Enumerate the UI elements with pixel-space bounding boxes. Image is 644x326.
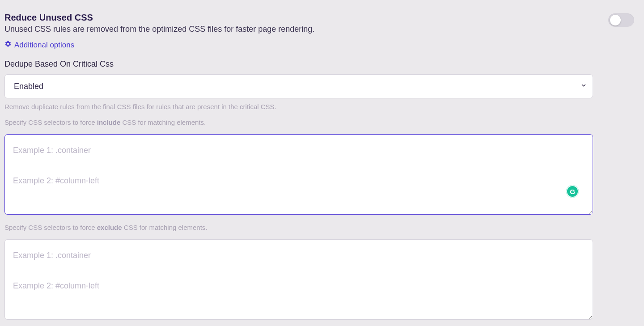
dedupe-helper: Remove duplicate rules from the final CS… [4, 103, 640, 110]
additional-options-label: Additional options [14, 41, 74, 50]
exclude-textarea-wrap [4, 239, 593, 320]
exclude-helper: Specify CSS selectors to force exclude C… [4, 224, 640, 231]
dedupe-label: Dedupe Based On Critical Css [4, 59, 640, 69]
toggle-knob [610, 15, 621, 25]
include-helper: Specify CSS selectors to force include C… [4, 119, 640, 126]
include-selectors-textarea[interactable] [4, 134, 593, 215]
section-title: Reduce Unused CSS [4, 13, 640, 23]
gear-icon [4, 40, 12, 50]
section-subtitle: Unused CSS rules are removed from the op… [4, 25, 640, 34]
grammarly-icon[interactable]: G [566, 185, 579, 198]
additional-options-link[interactable]: Additional options [4, 40, 74, 50]
exclude-selectors-textarea[interactable] [4, 239, 593, 320]
settings-panel: Reduce Unused CSS Unused CSS rules are r… [0, 0, 644, 326]
include-textarea-wrap: G [4, 134, 593, 215]
reduce-unused-css-toggle[interactable] [608, 13, 634, 27]
dedupe-select[interactable]: Enabled [4, 74, 593, 98]
dedupe-select-wrap: Enabled [4, 74, 593, 98]
